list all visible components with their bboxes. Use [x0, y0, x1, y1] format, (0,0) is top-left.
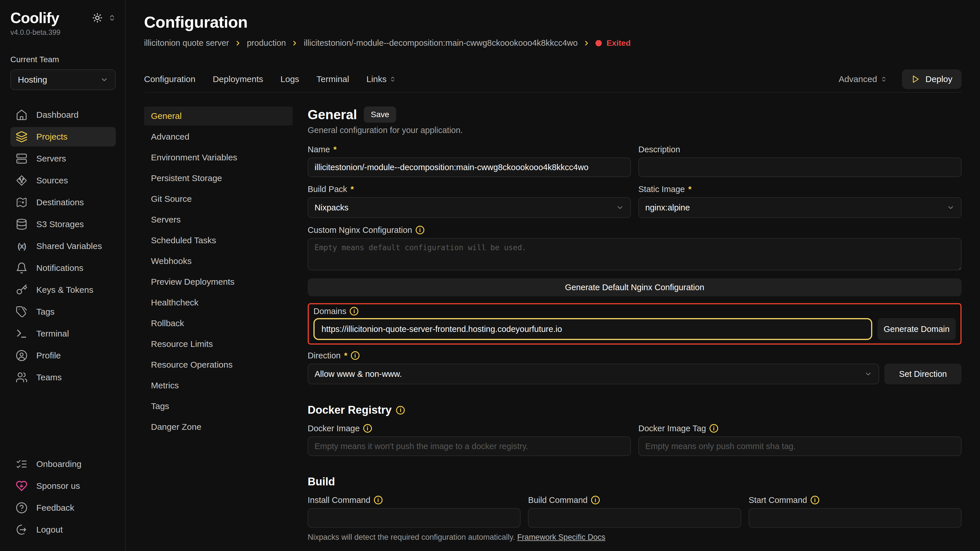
subnav-item-tags[interactable]: Tags: [144, 397, 293, 416]
build-pack-select[interactable]: Nixpacks: [308, 197, 631, 218]
chevron-down-icon: [947, 203, 955, 211]
install-command-input[interactable]: [308, 508, 520, 528]
tab-terminal[interactable]: Terminal: [317, 74, 349, 84]
team-select[interactable]: Hosting: [10, 69, 116, 90]
start-command-input[interactable]: [749, 508, 962, 528]
sidebar-item-servers[interactable]: Servers: [10, 149, 116, 168]
info-icon: i: [416, 226, 424, 234]
tab-configuration[interactable]: Configuration: [144, 74, 195, 84]
subnav-item-persistent-storage[interactable]: Persistent Storage: [144, 169, 293, 188]
subnav-item-servers[interactable]: Servers: [144, 210, 293, 229]
custom-nginx-textarea[interactable]: [308, 238, 962, 270]
sidebar-item-terminal[interactable]: Terminal: [10, 324, 116, 343]
layers-icon: [16, 131, 28, 143]
sidebar-item-destinations[interactable]: Destinations: [10, 192, 116, 212]
required-asterisk: *: [688, 184, 691, 194]
build-command-label: Build Commandi: [528, 495, 741, 505]
breadcrumb-environment[interactable]: production: [247, 38, 286, 48]
team-select-value: Hosting: [18, 75, 47, 85]
domains-input[interactable]: [313, 318, 872, 340]
page-title: Configuration: [144, 13, 962, 32]
chevrons-up-down-icon: [390, 76, 396, 83]
tab-links[interactable]: Links: [366, 74, 396, 84]
sidebar-item-notifications[interactable]: Notifications: [10, 258, 116, 278]
app-version: v4.0.0-beta.399: [10, 28, 116, 37]
subnav-item-metrics[interactable]: Metrics: [144, 376, 293, 395]
breadcrumb-project[interactable]: illicitonion quote server: [144, 38, 229, 48]
set-direction-button[interactable]: Set Direction: [885, 364, 962, 384]
static-image-label: Static Image*: [638, 184, 962, 194]
static-image-select[interactable]: nginx:alpine: [638, 197, 962, 218]
sidebar-item-tags[interactable]: Tags: [10, 302, 116, 322]
subnav-item-resource-operations[interactable]: Resource Operations: [144, 355, 293, 374]
general-form: General Save General configuration for y…: [308, 106, 962, 551]
sidebar-collapse-chevrons-icon[interactable]: [108, 14, 116, 22]
sidebar-item-sponsor-us[interactable]: Sponsor us: [10, 476, 116, 496]
subnav-item-webhooks[interactable]: Webhooks: [144, 252, 293, 271]
info-icon: i: [363, 424, 372, 433]
sidebar-item-dashboard[interactable]: Dashboard: [10, 105, 116, 125]
subnav-item-git-source[interactable]: Git Source: [144, 189, 293, 208]
advanced-dropdown[interactable]: Advanced: [838, 74, 887, 84]
sidebar-item-feedback[interactable]: Feedback: [10, 498, 116, 518]
info-icon: i: [591, 496, 600, 504]
current-team-label: Current Team: [10, 55, 116, 64]
info-icon: i: [351, 351, 360, 360]
direction-select[interactable]: Allow www & non-www.: [308, 364, 879, 384]
subnav-item-rollback[interactable]: Rollback: [144, 314, 293, 333]
theme-toggle-sun-icon[interactable]: [92, 13, 103, 23]
sidebar-item-profile[interactable]: Profile: [10, 346, 116, 365]
key-icon: [16, 284, 28, 296]
subnav-item-environment-variables[interactable]: Environment Variables: [144, 148, 293, 167]
required-asterisk: *: [333, 145, 336, 154]
sidebar-item-projects[interactable]: Projects: [10, 127, 116, 146]
name-input[interactable]: [308, 157, 631, 177]
terminal-icon: [16, 328, 28, 340]
sidebar-nav: Dashboard Projects Servers Sources Desti…: [10, 105, 116, 387]
tab-deployments[interactable]: Deployments: [213, 74, 263, 84]
sidebar-item-keys-tokens[interactable]: Keys & Tokens: [10, 280, 116, 300]
breadcrumb-application[interactable]: illicitestonion/-module--decomposition:m…: [304, 38, 578, 48]
tab-logs[interactable]: Logs: [281, 74, 299, 84]
subnav-item-healthcheck[interactable]: Healthcheck: [144, 293, 293, 312]
status-text: Exited: [606, 38, 631, 48]
info-icon: i: [811, 496, 819, 504]
subnav-item-advanced[interactable]: Advanced: [144, 127, 293, 146]
docker-image-tag-input[interactable]: [638, 437, 962, 456]
sidebar-footer-nav: Onboarding Sponsor us Feedback Logout: [10, 454, 116, 540]
build-command-input[interactable]: [528, 508, 741, 528]
sidebar-item-s3-storages[interactable]: S3 Storages: [10, 214, 116, 234]
chevron-right-icon: [583, 40, 590, 47]
install-command-label: Install Commandi: [308, 495, 520, 505]
logout-icon: [16, 524, 28, 536]
subnav-item-preview-deployments[interactable]: Preview Deployments: [144, 272, 293, 291]
save-button[interactable]: Save: [364, 106, 396, 123]
domains-label: Domainsi: [313, 306, 956, 316]
sidebar-item-onboarding[interactable]: Onboarding: [10, 454, 116, 474]
sidebar-item-logout[interactable]: Logout: [10, 520, 116, 540]
description-input[interactable]: [638, 157, 962, 177]
sidebar-item-sources[interactable]: Sources: [10, 171, 116, 190]
docker-image-label: Docker Imagei: [308, 423, 631, 433]
docker-registry-title: Docker Registryi: [308, 404, 962, 416]
chevron-right-icon: [291, 40, 298, 47]
chevron-down-icon: [864, 370, 872, 378]
subnav-item-danger-zone[interactable]: Danger Zone: [144, 418, 293, 437]
subnav-item-general[interactable]: General: [144, 106, 293, 125]
generate-nginx-button[interactable]: Generate Default Nginx Configuration: [308, 278, 962, 296]
framework-docs-link[interactable]: Framework Specific Docs: [517, 533, 605, 541]
sidebar-item-teams[interactable]: Teams: [10, 368, 116, 387]
sidebar-item-shared-variables[interactable]: (x) Shared Variables: [10, 237, 116, 256]
required-asterisk: *: [344, 351, 347, 360]
users-icon: [16, 372, 28, 383]
coolify-app: Coolify v4.0.0-beta.399 Current Team Hos…: [0, 0, 980, 551]
info-icon: i: [374, 496, 383, 504]
deploy-button[interactable]: Deploy: [902, 69, 962, 89]
subnav-item-resource-limits[interactable]: Resource Limits: [144, 335, 293, 354]
app-logo: Coolify: [10, 9, 59, 27]
main-content: Configuration illicitonion quote server …: [126, 0, 980, 551]
database-icon: [16, 218, 28, 230]
subnav-item-scheduled-tasks[interactable]: Scheduled Tasks: [144, 231, 293, 250]
generate-domain-button[interactable]: Generate Domain: [877, 318, 956, 340]
docker-image-input[interactable]: [308, 437, 631, 456]
